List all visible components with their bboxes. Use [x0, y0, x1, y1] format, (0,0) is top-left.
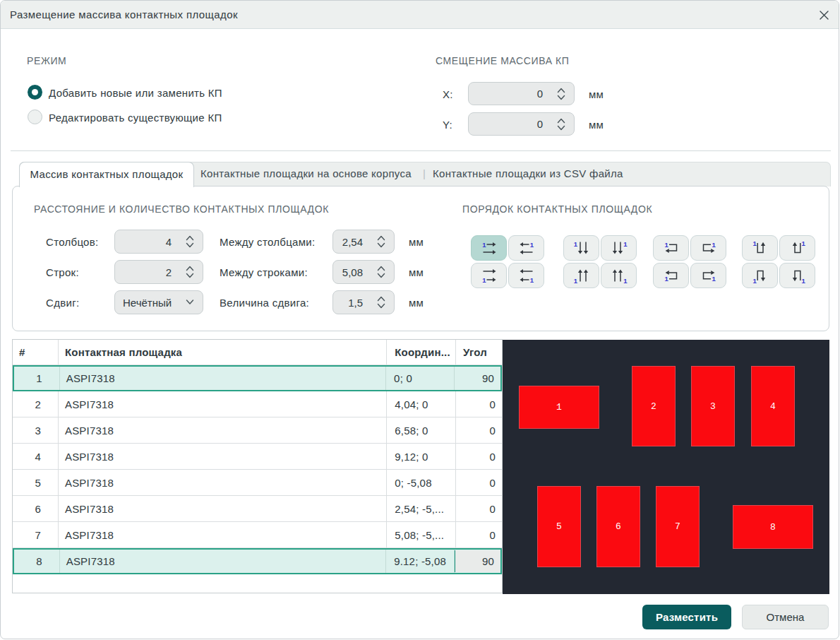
- svg-text:1: 1: [801, 239, 805, 247]
- svg-text:1: 1: [664, 241, 668, 249]
- svg-text:1: 1: [712, 275, 716, 283]
- svg-text:1: 1: [573, 240, 577, 248]
- svg-text:1: 1: [752, 239, 757, 247]
- svg-text:1: 1: [482, 276, 486, 284]
- svg-text:1: 1: [573, 277, 577, 285]
- svg-text:1: 1: [801, 277, 805, 285]
- svg-text:1: 1: [529, 276, 534, 284]
- svg-text:1: 1: [482, 241, 486, 249]
- svg-text:1: 1: [623, 277, 628, 285]
- svg-text:1: 1: [712, 241, 716, 249]
- svg-text:1: 1: [664, 275, 668, 283]
- svg-text:1: 1: [529, 241, 534, 249]
- svg-text:1: 1: [623, 240, 628, 248]
- svg-text:1: 1: [752, 277, 757, 285]
